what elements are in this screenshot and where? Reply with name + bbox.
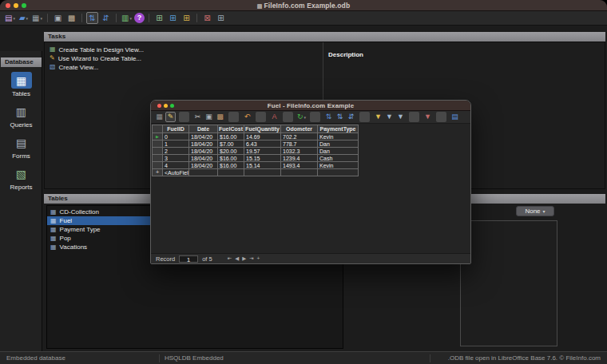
- row-header[interactable]: [153, 140, 163, 148]
- zoom-button[interactable]: [22, 3, 26, 8]
- last-record-button[interactable]: ⇥: [249, 256, 253, 262]
- cell[interactable]: Dan: [318, 148, 359, 155]
- undo-icon[interactable]: ↶: [242, 112, 252, 122]
- separator[interactable]: [283, 112, 293, 122]
- refresh-icon[interactable]: ↻: [296, 112, 307, 122]
- sidebar-item-reports[interactable]: ▧ Reports: [10, 165, 32, 191]
- empty-cell[interactable]: [244, 169, 281, 176]
- preview-dropdown[interactable]: None: [516, 206, 554, 216]
- column-header-paymenttype[interactable]: PaymentType: [318, 125, 359, 133]
- cell[interactable]: 15.14: [244, 162, 281, 169]
- separator[interactable]: [228, 112, 239, 122]
- previous-record-button[interactable]: ◀: [235, 256, 239, 262]
- separator[interactable]: [409, 112, 419, 122]
- column-header-fuelcost[interactable]: FuelCost: [218, 125, 244, 133]
- open-table-icon[interactable]: ⊞: [215, 12, 227, 24]
- separator[interactable]: [436, 112, 446, 122]
- separator[interactable]: [256, 112, 266, 122]
- separator[interactable]: [196, 14, 197, 22]
- copy-icon[interactable]: ▣: [204, 112, 214, 122]
- cell[interactable]: 702.2: [281, 133, 318, 140]
- separator[interactable]: [149, 14, 149, 22]
- separator[interactable]: [310, 112, 320, 122]
- task-create-table-design-view[interactable]: ▦ Create Table in Design View...: [50, 46, 321, 53]
- apply-filter-icon[interactable]: ▼: [384, 112, 395, 122]
- empty-cell[interactable]: [218, 169, 244, 176]
- cell[interactable]: $16.00: [218, 162, 244, 169]
- cut-icon[interactable]: ✂: [192, 112, 203, 122]
- column-header-fuelquantity[interactable]: FuelQuantity: [244, 125, 281, 133]
- sidebar-item-queries[interactable]: ▥ Queries: [10, 103, 32, 129]
- cell[interactable]: 778.7: [281, 140, 318, 148]
- save-record-icon[interactable]: ▦: [154, 112, 165, 122]
- sidebar-item-tables[interactable]: ▦ Tables: [11, 72, 32, 97]
- new-row-header[interactable]: +: [153, 169, 163, 176]
- cell[interactable]: 2: [163, 148, 189, 155]
- sort-ascending-icon[interactable]: ⇅: [86, 12, 98, 24]
- edit-data-icon[interactable]: ✎: [165, 112, 176, 122]
- sort-descending-icon[interactable]: ⇵: [346, 112, 356, 122]
- cell[interactable]: 1: [163, 140, 189, 148]
- column-header-odometer[interactable]: Odometer: [281, 125, 318, 133]
- cell[interactable]: 18/04/20: [189, 133, 218, 140]
- new-table-icon[interactable]: ⊞: [153, 12, 165, 24]
- cell[interactable]: $16.00: [218, 133, 244, 140]
- sort-descending-icon[interactable]: ⇵: [100, 12, 112, 24]
- new-record-button[interactable]: +: [257, 256, 260, 262]
- cell[interactable]: 6.43: [244, 140, 281, 148]
- find-record-icon[interactable]: A: [269, 112, 280, 122]
- cell[interactable]: Kevin: [318, 133, 359, 140]
- separator[interactable]: [179, 112, 189, 122]
- record-number-input[interactable]: 1: [179, 255, 198, 263]
- open-icon[interactable]: ▰: [18, 12, 30, 24]
- cell[interactable]: 18/04/20: [189, 162, 218, 169]
- cell[interactable]: 1239.4: [281, 155, 318, 162]
- separator[interactable]: [116, 14, 117, 22]
- table-wizard-icon[interactable]: ⊞: [167, 12, 179, 24]
- grid-corner[interactable]: [153, 125, 163, 133]
- cell[interactable]: 0: [163, 133, 189, 140]
- help-icon[interactable]: ?: [134, 13, 145, 23]
- cell[interactable]: Cash: [318, 155, 359, 162]
- cell[interactable]: $16.00: [218, 155, 244, 162]
- close-button[interactable]: [6, 3, 10, 8]
- cell[interactable]: 1032.3: [281, 148, 318, 155]
- cell[interactable]: Kevin: [318, 162, 359, 169]
- zoom-button[interactable]: [170, 104, 174, 108]
- separator[interactable]: [359, 112, 370, 122]
- cell[interactable]: 18/04/20: [189, 155, 218, 162]
- copy-icon[interactable]: ▣: [52, 12, 64, 24]
- first-record-button[interactable]: ⇤: [228, 256, 232, 262]
- cell[interactable]: 14.69: [244, 133, 281, 140]
- task-use-wizard-create-table[interactable]: ✎ Use Wizard to Create Table...: [50, 54, 321, 62]
- minimize-button[interactable]: [14, 3, 18, 8]
- reset-filter-icon[interactable]: ▼: [423, 112, 433, 122]
- autofilter-icon[interactable]: ▼: [373, 112, 383, 122]
- empty-cell[interactable]: [189, 169, 218, 176]
- sort-ascending-icon[interactable]: ⇅: [335, 112, 345, 122]
- edit-table-icon[interactable]: ⊞: [181, 12, 192, 24]
- cell[interactable]: $7.00: [218, 140, 244, 148]
- sidebar-item-forms[interactable]: ▤ Forms: [11, 134, 32, 160]
- paste-icon[interactable]: ▩: [65, 12, 77, 24]
- cell[interactable]: $20.00: [218, 148, 244, 155]
- delete-table-icon[interactable]: ⊠: [201, 12, 213, 24]
- row-header[interactable]: [153, 162, 163, 169]
- row-header[interactable]: [153, 148, 163, 155]
- separator[interactable]: [81, 14, 82, 22]
- cell[interactable]: Dan: [318, 140, 359, 148]
- row-header[interactable]: ▶: [153, 133, 163, 140]
- cell[interactable]: 18/04/20: [189, 148, 218, 155]
- minimize-button[interactable]: [164, 104, 168, 108]
- cell[interactable]: 3: [163, 155, 189, 162]
- column-header-date[interactable]: Date: [189, 125, 218, 133]
- autofield-cell[interactable]: <AutoField>: [163, 169, 189, 176]
- sort-icon[interactable]: ⇅: [323, 112, 334, 122]
- cell[interactable]: 4: [163, 162, 189, 169]
- row-header[interactable]: [153, 155, 163, 162]
- column-header-fuelid[interactable]: FuelID: [163, 125, 189, 133]
- separator[interactable]: [47, 14, 48, 22]
- cell[interactable]: 1493.4: [281, 162, 318, 169]
- new-database-icon[interactable]: ▤: [4, 12, 16, 24]
- empty-cell[interactable]: [281, 169, 318, 176]
